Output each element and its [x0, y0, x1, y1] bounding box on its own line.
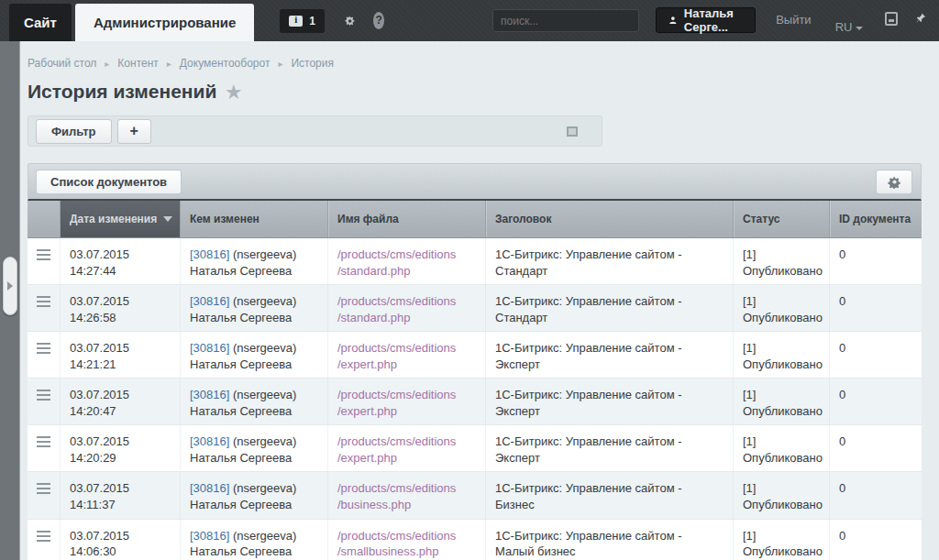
top-bar: Сайт Администрирование 1 ? Наталья Серге… — [0, 0, 939, 41]
file-path-link[interactable]: /products/cms/editions/smallbusiness.php — [337, 528, 476, 560]
favorite-star-icon[interactable]: ★ — [226, 82, 241, 103]
cell-title: 1С-Битрикс: Управление сайтом - Стандарт — [486, 238, 734, 284]
sidebar-toggle-handle[interactable] — [3, 257, 17, 315]
user-id-link[interactable]: [30816] — [190, 388, 229, 401]
file-path-link[interactable]: /products/cms/editions/standard.php — [337, 247, 476, 279]
hotkeys-icon[interactable] — [885, 12, 898, 26]
user-menu-button[interactable]: Наталья Серге... — [656, 7, 756, 33]
cell-status: [1] Опубликовано — [734, 520, 830, 560]
tab-site[interactable]: Сайт — [9, 4, 72, 41]
left-rail — [0, 41, 20, 560]
user-id-link[interactable]: [30816] — [190, 434, 229, 448]
row-actions-menu-icon[interactable] — [37, 343, 50, 357]
notifications-button[interactable]: 1 — [280, 9, 325, 33]
history-table: Дата изменения Кем изменен Имя файла Заг… — [28, 201, 922, 560]
header-modified-by[interactable]: Кем изменен — [181, 201, 328, 237]
row-actions-menu-icon[interactable] — [37, 483, 50, 497]
cell-doc-id: 0 — [830, 520, 922, 560]
user-id-link[interactable]: [30816] — [190, 529, 229, 543]
cell-doc-id: 0 — [830, 472, 922, 518]
header-title[interactable]: Заголовок — [486, 201, 734, 237]
cell-title: 1С-Битрикс: Управление сайтом - Эксперт — [486, 425, 734, 471]
filter-button[interactable]: Фильтр — [36, 119, 112, 144]
tab-document-list[interactable]: Список документов — [36, 170, 182, 194]
expand-arrow-icon — [7, 281, 13, 291]
help-icon[interactable]: ? — [373, 12, 384, 29]
file-path-link[interactable]: /products/cms/editions/business.php — [337, 480, 476, 512]
cell-status: [1] Опубликовано — [734, 238, 830, 284]
table-row[interactable]: 03.07.201514:21:21 [30816] (nsergeeva) Н… — [28, 332, 922, 379]
bitrix-admin-page: Сайт Администрирование 1 ? Наталья Серге… — [0, 0, 939, 560]
cell-modified-by: [30816] (nsergeeva) Наталья Сергеева — [181, 520, 328, 560]
cell-status: [1] Опубликовано — [734, 425, 830, 471]
row-actions-menu-icon[interactable] — [37, 531, 50, 544]
cell-date: 03.07.201514:20:47 — [61, 379, 181, 424]
table-row[interactable]: 03.07.201514:06:30 [30816] (nsergeeva) Н… — [28, 520, 922, 560]
cell-date: 03.07.201514:21:21 — [61, 332, 181, 378]
cell-title: 1С-Битрикс: Управление сайтом - Эксперт — [486, 379, 734, 424]
notifications-count: 1 — [309, 15, 315, 27]
cell-file-name: /products/cms/editions/expert.php — [328, 379, 486, 424]
row-actions-menu-icon[interactable] — [37, 390, 50, 403]
filter-expand-icon[interactable] — [567, 126, 578, 137]
user-id-link[interactable]: [30816] — [190, 294, 229, 308]
gear-icon[interactable] — [345, 13, 355, 29]
breadcrumb-separator-icon: ▸ — [105, 59, 109, 69]
file-path-link[interactable]: /products/cms/editions/expert.php — [337, 434, 476, 466]
row-actions-menu-icon[interactable] — [37, 436, 50, 450]
cell-modified-by: [30816] (nsergeeva) Наталья Сергеева — [181, 238, 328, 284]
cell-doc-id: 0 — [830, 332, 922, 378]
cell-modified-by: [30816] (nsergeeva) Наталья Сергеева — [181, 332, 328, 378]
tab-administration[interactable]: Администрирование — [75, 4, 254, 41]
breadcrumb-workflow[interactable]: Документооборот — [180, 57, 271, 70]
user-name: Наталья Серге... — [684, 6, 742, 34]
breadcrumb: Рабочий стол ▸ Контент ▸ Документооборот… — [28, 57, 334, 70]
view-tab-strip: Список документов — [28, 163, 922, 201]
table-row[interactable]: 03.07.201514:26:58 [30816] (nsergeeva) Н… — [28, 285, 922, 332]
cell-modified-by: [30816] (nsergeeva) Наталья Сергеева — [181, 285, 328, 331]
table-row[interactable]: 03.07.201514:11:37 [30816] (nsergeeva) Н… — [28, 472, 922, 519]
cell-file-name: /products/cms/editions/expert.php — [328, 332, 486, 378]
breadcrumb-history[interactable]: История — [291, 57, 334, 70]
notification-icon — [289, 16, 303, 27]
table-body: 03.07.201514:27:44 [30816] (nsergeeva) Н… — [28, 238, 922, 560]
cell-modified-by: [30816] (nsergeeva) Наталья Сергеева — [181, 425, 328, 471]
table-row[interactable]: 03.07.201514:27:44 [30816] (nsergeeva) Н… — [28, 238, 922, 285]
search-input[interactable] — [501, 15, 643, 27]
pin-icon[interactable] — [916, 10, 926, 26]
file-path-link[interactable]: /products/cms/editions/expert.php — [337, 340, 476, 372]
header-date[interactable]: Дата изменения — [61, 201, 181, 237]
cell-file-name: /products/cms/editions/business.php — [328, 472, 486, 518]
user-id-link[interactable]: [30816] — [190, 247, 229, 261]
header-file-name[interactable]: Имя файла — [328, 201, 486, 237]
chevron-down-icon — [856, 27, 863, 30]
grid-settings-button[interactable] — [876, 170, 912, 194]
header-status[interactable]: Статус — [734, 201, 830, 237]
cell-date: 03.07.201514:20:29 — [61, 425, 181, 471]
user-id-link[interactable]: [30816] — [190, 341, 229, 355]
table-row[interactable]: 03.07.201514:20:29 [30816] (nsergeeva) Н… — [28, 425, 922, 472]
cell-date: 03.07.201514:11:37 — [61, 472, 181, 518]
breadcrumb-separator-icon: ▸ — [278, 59, 282, 69]
row-actions-menu-icon[interactable] — [37, 249, 50, 263]
cell-date: 03.07.201514:27:44 — [61, 238, 181, 284]
language-selector[interactable]: RU — [835, 13, 864, 41]
header-doc-id[interactable]: ID документа — [830, 201, 922, 237]
cell-file-name: /products/cms/editions/standard.php — [328, 285, 486, 331]
add-filter-button[interactable]: + — [117, 119, 151, 144]
filter-bar: Фильтр + — [28, 115, 602, 147]
gear-icon — [888, 175, 901, 189]
sort-desc-icon — [163, 216, 172, 222]
breadcrumb-separator-icon: ▸ — [167, 59, 171, 69]
file-path-link[interactable]: /products/cms/editions/standard.php — [337, 293, 476, 325]
row-actions-menu-icon[interactable] — [37, 296, 50, 310]
cell-file-name: /products/cms/editions/standard.php — [328, 238, 486, 284]
file-path-link[interactable]: /products/cms/editions/expert.php — [337, 387, 476, 419]
breadcrumb-content[interactable]: Контент — [117, 57, 158, 70]
table-row[interactable]: 03.07.201514:20:47 [30816] (nsergeeva) Н… — [28, 379, 922, 425]
cell-status: [1] Опубликовано — [734, 379, 830, 424]
breadcrumb-desktop[interactable]: Рабочий стол — [28, 57, 96, 70]
logout-link[interactable]: Выйти — [776, 13, 812, 41]
user-id-link[interactable]: [30816] — [190, 481, 229, 495]
table-header-row: Дата изменения Кем изменен Имя файла Заг… — [28, 201, 922, 238]
